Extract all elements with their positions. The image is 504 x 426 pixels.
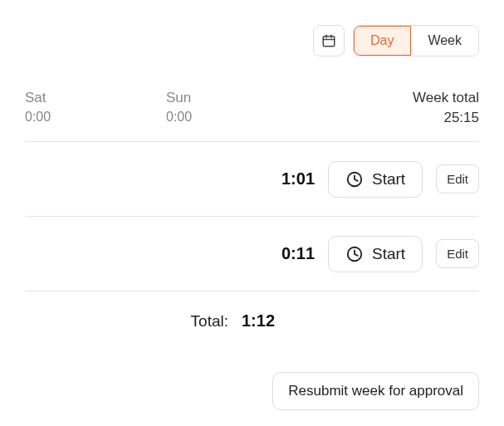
start-button[interactable]: Start	[328, 236, 423, 272]
tab-day[interactable]: Day	[354, 26, 411, 56]
edit-button[interactable]: Edit	[436, 164, 479, 193]
total-value: 1:12	[242, 311, 275, 331]
week-total: Week total 25:15	[413, 90, 479, 126]
day-label: Sat	[25, 90, 166, 106]
total-row: Total: 1:12	[25, 291, 479, 331]
view-toggle: Day Week	[353, 25, 479, 56]
time-entry-row: 1:01 Start Edit	[25, 142, 479, 217]
start-button[interactable]: Start	[328, 161, 423, 198]
tab-week[interactable]: Week	[411, 26, 478, 56]
day-col-sat: Sat 0:00	[25, 90, 166, 125]
day-col-sun: Sun 0:00	[166, 90, 307, 125]
week-total-label: Week total	[413, 90, 479, 106]
edit-button[interactable]: Edit	[436, 239, 479, 268]
day-label: Sun	[166, 90, 307, 106]
start-label: Start	[372, 170, 405, 189]
calendar-button[interactable]	[313, 25, 345, 56]
total-label: Total:	[25, 312, 228, 331]
time-entry-row: 0:11 Start Edit	[25, 217, 479, 291]
calendar-icon	[321, 33, 336, 48]
clock-icon	[345, 170, 364, 189]
entry-duration: 0:11	[273, 244, 315, 263]
footer: Resubmit week for approval	[25, 372, 479, 410]
svg-rect-0	[323, 37, 335, 47]
toolbar: Day Week	[25, 25, 479, 56]
entry-duration: 1:01	[273, 169, 315, 189]
week-total-value: 25:15	[413, 110, 479, 126]
day-value: 0:00	[166, 110, 307, 125]
start-label: Start	[372, 245, 405, 263]
day-value: 0:00	[25, 110, 166, 125]
resubmit-button[interactable]: Resubmit week for approval	[272, 372, 479, 410]
clock-icon	[345, 245, 364, 263]
header-row: Sat 0:00 Sun 0:00 Week total 25:15	[25, 90, 479, 142]
